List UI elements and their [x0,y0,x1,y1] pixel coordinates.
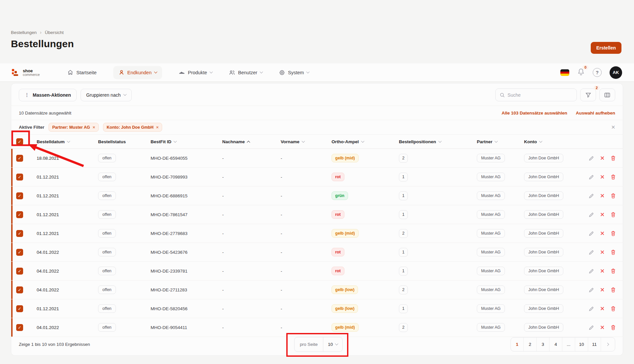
konto-badge: John Doe GmbH [524,154,563,162]
clear-selection-link[interactable]: Auswahl aufheben [576,111,615,116]
table-row[interactable]: ✓ 01.12.2021 offen MHO-DE-2778683 - - ge… [11,224,623,243]
page-button[interactable]: 3 [537,338,549,351]
brand[interactable]: shoe commerce [11,68,40,77]
row-checkbox[interactable]: ✓ [16,286,23,293]
pagination-next[interactable] [601,338,615,351]
columns-button[interactable] [599,88,615,101]
filter-chip-partner[interactable]: Partner: Muster AG × [49,123,99,132]
edit-icon[interactable] [588,155,594,161]
per-page-label: pro Seite [295,337,323,351]
table-row[interactable]: ✓ 18.08.2021 offen MHO-DE-6594055 - - ge… [11,149,623,168]
delete-icon[interactable] [610,324,616,331]
search-box[interactable] [495,88,577,101]
row-checkbox-cell: ✓ [11,305,37,312]
edit-icon[interactable] [588,306,594,312]
row-checkbox-cell: ✓ [11,155,37,162]
close-filters-icon[interactable]: × [611,123,615,131]
bulk-actions-button[interactable]: ⋮ Massen-Aktionen [19,89,77,101]
cancel-icon[interactable] [599,324,605,330]
column-header[interactable]: Konto [524,139,588,144]
cancel-icon[interactable] [599,174,605,180]
cancel-icon[interactable] [599,249,605,255]
cancel-icon[interactable] [599,212,605,217]
nav-item-endkunden[interactable]: Endkunden [113,66,162,79]
cancel-icon[interactable] [599,306,605,312]
nav-item-startseite[interactable]: Startseite [67,70,96,75]
group-by-button[interactable]: Gruppieren nach [81,89,132,101]
page-button[interactable]: 11 [588,338,601,351]
cancel-icon[interactable] [599,155,605,161]
german-flag-icon[interactable] [560,69,569,76]
delete-icon[interactable] [610,155,616,161]
edit-icon[interactable] [588,193,594,199]
delete-icon[interactable] [610,212,616,218]
edit-icon[interactable] [588,324,594,331]
breadcrumb-item-bestellungen[interactable]: Bestellungen [11,30,37,35]
column-header[interactable]: Partner [477,139,524,144]
nav-item-benutzer[interactable]: Benutzer [229,70,263,76]
delete-icon[interactable] [610,306,616,312]
edit-icon[interactable] [588,230,594,237]
row-checkbox[interactable]: ✓ [16,305,23,312]
page-button[interactable]: 10 [575,338,588,351]
search-input[interactable] [508,92,573,98]
table-row[interactable]: ✓ 01.12.2021 offen MHO-DE-6886915 - - gr… [11,186,623,205]
filter-button[interactable] [580,88,596,101]
remove-filter-icon[interactable]: × [92,125,95,130]
table-row[interactable]: ✓ 04.01.2022 offen MHO-DE-2339781 - - ro… [11,262,623,281]
column-header[interactable]: Ortho-Ampel [332,139,399,144]
notifications-button[interactable]: 0 [577,68,585,77]
column-header[interactable]: BestFit ID [151,139,222,144]
edit-icon[interactable] [588,268,594,274]
table-row[interactable]: ✓ 01.12.2021 offen MHO-DE-7861547 - - ro… [11,205,623,224]
edit-icon[interactable] [588,174,594,180]
table-row[interactable]: ✓ 01.12.2021 offen MHO-DE-5820456 - - ge… [11,299,623,318]
row-checkbox[interactable]: ✓ [16,155,23,162]
page-button[interactable]: 2 [524,338,537,351]
delete-icon[interactable] [610,193,616,199]
column-header[interactable]: Bestellstatus [98,139,151,144]
create-button[interactable]: Erstellen [591,42,621,54]
page-button[interactable]: 4 [549,338,562,351]
row-checkbox[interactable]: ✓ [16,324,23,331]
column-header[interactable]: Nachname [222,139,281,144]
row-actions [588,193,625,199]
edit-icon[interactable] [588,212,594,218]
page-button[interactable]: ... [562,338,575,351]
help-button[interactable]: ? [593,68,602,77]
nav-item-system[interactable]: System [279,70,309,76]
delete-icon[interactable] [610,249,616,255]
cancel-icon[interactable] [599,268,605,274]
column-header[interactable]: Bestellpositionen [399,139,477,144]
remove-filter-icon[interactable]: × [156,125,159,130]
select-all-checkbox[interactable]: ✓ [16,138,23,145]
per-page-select[interactable]: 10 [323,337,342,351]
table-row[interactable]: ✓ 01.12.2021 offen MHO-DE-7098993 - - ro… [11,168,623,186]
row-checkbox[interactable]: ✓ [16,174,23,181]
delete-icon[interactable] [610,287,616,293]
column-header[interactable]: Bestelldatum [37,139,98,144]
cancel-icon[interactable] [599,193,605,199]
table-row[interactable]: ✓ 04.01.2022 offen MHO-DE-5423676 - - ro… [11,243,623,262]
nav-item-produkte[interactable]: Produkte [179,70,212,76]
row-checkbox[interactable]: ✓ [16,249,23,256]
row-checkbox[interactable]: ✓ [16,192,23,199]
column-header[interactable]: Vorname [281,139,332,144]
page-button[interactable]: 1 [511,338,524,351]
select-all-link[interactable]: Alle 103 Datensätze auswählen [502,111,567,116]
delete-icon[interactable] [610,268,616,274]
filter-chip-konto[interactable]: Konto: John Doe GmbH × [103,123,162,132]
avatar[interactable]: AK [610,66,622,79]
delete-icon[interactable] [610,174,616,180]
table-row[interactable]: ✓ 04.01.2022 offen MHO-DE-2711283 - - ge… [11,281,623,299]
row-checkbox[interactable]: ✓ [16,211,23,218]
delete-icon[interactable] [610,230,616,237]
row-checkbox[interactable]: ✓ [16,268,23,275]
partner-badge: Muster AG [477,229,505,238]
cancel-icon[interactable] [599,230,605,236]
breadcrumb-item-uebersicht[interactable]: Übersicht [45,30,64,35]
row-checkbox[interactable]: ✓ [16,230,23,237]
edit-icon[interactable] [588,249,594,255]
edit-icon[interactable] [588,287,594,293]
cancel-icon[interactable] [599,287,605,293]
